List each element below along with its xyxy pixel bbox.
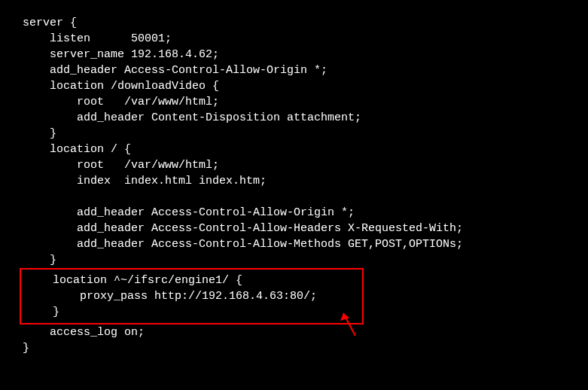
code-line: root /var/www/html; xyxy=(23,96,219,108)
code-line: location /downloadVideo { xyxy=(23,80,219,93)
code-line: access_log on; xyxy=(23,326,145,339)
code-block: server { listen 50001; server_name 192.1… xyxy=(23,15,588,268)
code-line: location / { xyxy=(23,143,131,156)
code-line: root /var/www/html; xyxy=(23,159,219,172)
code-line: add_header Access-Control-Allow-Headers … xyxy=(23,222,463,235)
highlight-box: location ^~/ifsrc/engine1/ { proxy_pass … xyxy=(20,268,364,324)
code-line: server_name 192.168.4.62; xyxy=(23,48,219,61)
code-line: add_header Content-Disposition attachmen… xyxy=(23,111,361,124)
code-line: } xyxy=(23,127,56,140)
code-line: add_header Access-Control-Allow-Methods … xyxy=(23,238,463,251)
code-line: listen 50001; xyxy=(23,32,172,45)
code-line-highlight: location ^~/ifsrc/engine1/ { xyxy=(26,274,358,287)
code-line-highlight: proxy_pass http://192.168.4.63:80/; xyxy=(26,290,317,303)
code-line: index index.html index.htm; xyxy=(23,175,267,187)
code-line-highlight: } xyxy=(26,306,59,318)
code-line: add_header Access-Control-Allow-Origin *… xyxy=(23,64,328,77)
code-line: } xyxy=(23,342,29,355)
code-line: server { xyxy=(23,17,77,29)
code-block-continued: access_log on; } xyxy=(23,324,588,356)
code-line: } xyxy=(23,254,56,267)
code-line: add_header Access-Control-Allow-Origin *… xyxy=(23,206,355,219)
